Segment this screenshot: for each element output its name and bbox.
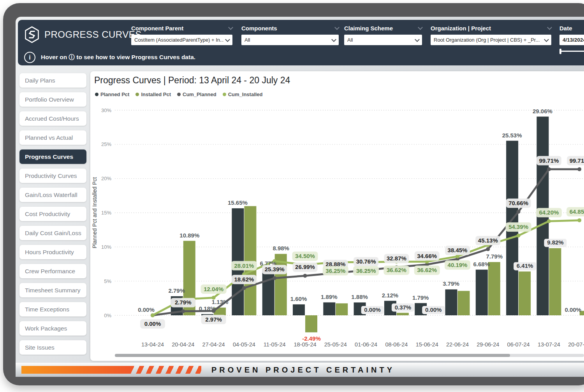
svg-text:0%: 0% — [104, 313, 111, 318]
chart-card: Progress Curves | Period: 13 April 24 - … — [90, 71, 584, 361]
svg-text:70.66%: 70.66% — [508, 200, 528, 206]
sidebar-item-hours-productivity[interactable]: Hours Productivity — [19, 245, 86, 259]
filter-organization-project-select[interactable]: Root Organization (Org | Project | CBS) … — [431, 35, 551, 45]
sidebar-item-productivity-curves[interactable]: Productivity Curves — [19, 169, 86, 183]
svg-text:6.41%: 6.41% — [517, 262, 533, 269]
sidebar-item-progress-curves[interactable]: Progress Curves — [19, 149, 86, 164]
svg-text:8.98%: 8.98% — [273, 245, 289, 251]
chevron-down-icon[interactable] — [547, 25, 552, 30]
sidebar-item-work-packages[interactable]: Work Packages — [19, 321, 86, 336]
point-cum-planned-18-05-24[interactable] — [303, 274, 307, 278]
svg-text:11-05-24: 11-05-24 — [264, 341, 286, 348]
chevron-down-icon[interactable] — [228, 25, 233, 30]
h-scrollbar-thumb[interactable] — [115, 354, 510, 357]
filter-components-select[interactable]: All — [241, 35, 339, 45]
bar-planned-pct-25-05-24[interactable] — [323, 302, 335, 315]
point-cum-planned-29-06-24[interactable] — [486, 247, 490, 251]
sidebar-item-daily-plans[interactable]: Daily Plans — [19, 73, 86, 88]
chevron-down-icon — [331, 37, 336, 42]
svg-text:12.04%: 12.04% — [204, 286, 223, 292]
svg-text:1.79%: 1.79% — [412, 294, 429, 301]
brand-stripe — [21, 366, 130, 374]
bar-planned-pct-11-05-24[interactable] — [262, 269, 274, 315]
filter-claiming-scheme-select[interactable]: All — [344, 35, 422, 45]
bar-planned-pct-22-06-24[interactable] — [445, 289, 457, 315]
point-cum-installed-13-07-24[interactable] — [547, 219, 551, 223]
svg-text:0.00%: 0.00% — [138, 306, 155, 313]
svg-text:22-06-24: 22-06-24 — [446, 341, 469, 348]
sidebar-item-crew-performance[interactable]: Crew Performance — [19, 264, 86, 278]
chevron-down-icon[interactable] — [334, 25, 339, 30]
svg-text:6.68%: 6.68% — [473, 261, 490, 267]
svg-text:10.89%: 10.89% — [179, 232, 199, 239]
slider-handle[interactable] — [559, 49, 561, 54]
sidebar-item-label: Time Exceptions — [25, 306, 69, 313]
sidebar-item-portfolio-overview[interactable]: Portfolio Overview — [19, 92, 86, 107]
bar-installed-pct-18-05-24[interactable] — [305, 315, 317, 332]
svg-text:30%: 30% — [101, 107, 111, 113]
sidebar-item-timesheet-summary[interactable]: Timesheet Summary — [19, 283, 86, 297]
point-cum-planned-13-07-24[interactable] — [547, 167, 551, 171]
sidebar-item-label: Hours Productivity — [25, 249, 74, 256]
bar-installed-pct-25-05-24[interactable] — [336, 303, 348, 315]
logo-text: PROGRESS CURVES — [44, 29, 142, 40]
svg-text:38.45%: 38.45% — [448, 247, 468, 253]
bar-installed-pct-06-07-24[interactable] — [519, 271, 531, 315]
bar-planned-pct-18-05-24[interactable] — [293, 304, 305, 315]
svg-text:20%: 20% — [101, 176, 111, 181]
bar-planned-pct-29-06-24[interactable] — [476, 270, 488, 315]
svg-text:64.85%: 64.85% — [570, 208, 584, 215]
sidebar-item-site-issues[interactable]: Site Issues — [19, 340, 86, 355]
svg-text:3.79%: 3.79% — [443, 280, 459, 287]
svg-text:10%: 10% — [101, 244, 111, 250]
sidebar-item-label: Daily Cost Gain/Loss — [25, 230, 81, 237]
point-cum-planned-06-07-24[interactable] — [517, 210, 521, 214]
point-cum-installed-06-07-24[interactable] — [517, 234, 521, 237]
filter-component-parent-select[interactable]: CostItem (AssociatedParentType) + In... — [131, 35, 232, 45]
point-cum-planned-20-04-24[interactable] — [181, 309, 185, 313]
svg-text:25%: 25% — [101, 141, 111, 147]
filter-label: Organization | Project — [431, 25, 491, 32]
date-range-slider[interactable] — [559, 48, 584, 54]
svg-text:7.79%: 7.79% — [486, 253, 503, 260]
bar-installed-pct-04-05-24[interactable] — [244, 206, 256, 315]
svg-text:32.87%: 32.87% — [387, 255, 406, 262]
sidebar-item-planned-vs-actual[interactable]: Planned vs Actual — [19, 130, 86, 145]
info-icon[interactable]: i — [24, 52, 35, 63]
info-text: Hover on ⓘ to see how to view Progress C… — [41, 53, 195, 62]
chevron-down-icon[interactable] — [418, 25, 423, 30]
point-cum-installed-20-07-24[interactable] — [577, 218, 581, 222]
point-cum-planned-11-05-24[interactable] — [273, 276, 276, 280]
svg-text:36.25%: 36.25% — [325, 267, 345, 274]
svg-text:20-04-24: 20-04-24 — [172, 341, 194, 348]
sidebar-item-time-exceptions[interactable]: Time Exceptions — [19, 302, 86, 316]
bar-installed-pct-22-06-24[interactable] — [458, 291, 470, 315]
svg-text:15-06-24: 15-06-24 — [416, 341, 438, 348]
point-cum-installed-13-04-24[interactable] — [151, 313, 155, 317]
bar-installed-pct-08-06-24[interactable] — [397, 313, 409, 315]
sidebar-item-label: Productivity Curves — [25, 172, 77, 179]
date-input[interactable]: 4/13/2024 — [559, 35, 584, 45]
point-cum-planned-20-07-24[interactable] — [577, 167, 581, 171]
sidebar-item-label: Cost Productivity — [25, 211, 70, 218]
svg-text:1.60%: 1.60% — [290, 295, 307, 302]
svg-text:54.39%: 54.39% — [508, 223, 528, 230]
sidebar-item-gain-loss-waterfall[interactable]: Gain/Loss Waterfall — [19, 188, 86, 202]
brand-stripe-hatch-icon — [130, 366, 201, 374]
chevron-down-icon — [544, 37, 549, 42]
bar-installed-pct-29-06-24[interactable] — [488, 262, 500, 315]
sidebar-item-accrued-cost-hours[interactable]: Accrued Cost/Hours — [19, 111, 86, 126]
svg-text:29-06-24: 29-06-24 — [477, 341, 499, 348]
svg-text:45.13%: 45.13% — [478, 237, 498, 244]
svg-text:36.62%: 36.62% — [417, 267, 437, 273]
svg-text:28.01%: 28.01% — [234, 262, 254, 269]
sidebar-item-daily-cost-gain-loss[interactable]: Daily Cost Gain/Loss — [19, 226, 86, 240]
svg-text:25-05-24: 25-05-24 — [324, 341, 347, 348]
svg-text:0.00%: 0.00% — [565, 306, 581, 313]
bar-installed-pct-13-07-24[interactable] — [549, 248, 561, 315]
sidebar-item-label: Crew Performance — [25, 268, 75, 275]
point-cum-planned-04-05-24[interactable] — [242, 286, 246, 290]
svg-text:0.00%: 0.00% — [364, 306, 381, 313]
info-row: i Hover on ⓘ to see how to view Progress… — [24, 52, 195, 63]
sidebar-item-cost-productivity[interactable]: Cost Productivity — [19, 207, 86, 221]
